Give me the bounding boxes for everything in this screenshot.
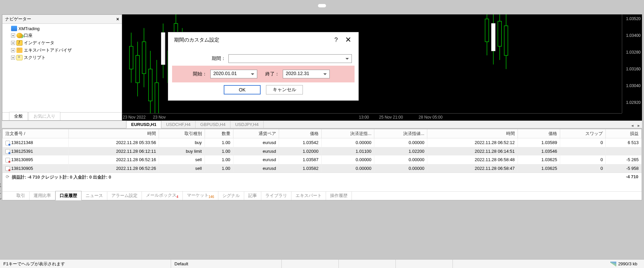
tab-scroll-right-icon[interactable]: ▸ bbox=[636, 123, 642, 128]
table-cell: 2022.11.28 06:14:51 bbox=[427, 147, 518, 156]
statusbar: F1キーでヘルプが表示されます Default 2990/3 kb bbox=[0, 259, 644, 268]
nav-root[interactable]: XMTrading bbox=[4, 25, 120, 32]
terminal-tab[interactable]: 記事 bbox=[244, 191, 261, 200]
nav-item-label: スクリプト bbox=[24, 55, 46, 61]
terminal-tab[interactable]: 口座履歴 bbox=[55, 191, 82, 200]
y-tick: 1.03280 bbox=[626, 50, 641, 55]
terminal-tab[interactable]: ニュース bbox=[82, 191, 107, 200]
x-tick: 23 Nov bbox=[153, 115, 166, 120]
column-header[interactable]: 価格 bbox=[518, 129, 560, 138]
table-cell: 0.00000 bbox=[374, 155, 427, 164]
table-cell: -5 265 bbox=[606, 155, 642, 164]
help-icon[interactable]: ? bbox=[328, 37, 344, 44]
expand-icon[interactable]: + bbox=[11, 48, 15, 52]
badge: 4 bbox=[176, 195, 178, 199]
column-header[interactable]: 損益 bbox=[606, 129, 642, 138]
terminal-tab[interactable]: 操作履歴 bbox=[326, 191, 352, 200]
table-cell: 2022.11.28 06:52:26 bbox=[68, 164, 159, 173]
column-header[interactable]: 価格 bbox=[279, 129, 322, 138]
folder-icon bbox=[11, 26, 17, 31]
terminal-tab[interactable]: 取引 bbox=[12, 191, 30, 200]
expand-icon[interactable]: + bbox=[11, 41, 15, 45]
end-date-combo[interactable]: 2020.12.31 bbox=[283, 70, 330, 78]
table-cell: 138121348 bbox=[3, 138, 69, 147]
indicator-icon bbox=[16, 40, 22, 46]
column-header[interactable]: 決済指値... bbox=[374, 129, 427, 138]
close-icon[interactable]: × bbox=[116, 16, 119, 22]
chart-tab-eurusd[interactable]: EURUSD,H1 bbox=[126, 121, 161, 128]
table-cell: 138125391 bbox=[3, 147, 69, 156]
table-row[interactable]: 1381213482022.11.28 05:33:56buy1.00eurus… bbox=[3, 138, 642, 147]
table-cell: eurusd bbox=[233, 138, 279, 147]
chart-tab-gbpusd[interactable]: GBPUSD,H4 bbox=[196, 121, 230, 128]
terminal-tab[interactable]: アラーム設定 bbox=[107, 191, 142, 200]
column-header[interactable]: 数量 bbox=[205, 129, 233, 138]
column-header[interactable]: 通貨ペア bbox=[233, 129, 279, 138]
navigator-header: ナビゲーター × bbox=[2, 15, 122, 24]
svg-rect-9 bbox=[155, 83, 159, 115]
table-cell: 138130895 bbox=[3, 155, 69, 164]
chart-tab-usdjpy[interactable]: USDJPY,H4 bbox=[230, 121, 264, 128]
date-range-highlight: 開始： 2020.01.01 終了： 2020.12.31 bbox=[172, 66, 355, 82]
cancel-button[interactable]: キャンセル bbox=[266, 85, 303, 94]
status-empty bbox=[282, 260, 339, 268]
svg-rect-5 bbox=[142, 42, 146, 74]
summary-row: ⟳ 損益計: -4 710 クレジット計: 0 入金計: 0 出金計: 0 -4… bbox=[2, 173, 642, 182]
status-help: F1キーでヘルプが表示されます bbox=[3, 260, 171, 268]
dialog-titlebar[interactable]: 期間のカスタム設定 ? ✕ bbox=[168, 32, 359, 48]
nav-item-scripts[interactable]: + スクリプト bbox=[4, 54, 120, 61]
navigator-tree[interactable]: XMTrading + 口座 + インディケータ + エキスパートアドバイザ +… bbox=[2, 24, 122, 112]
tab-scroll-left-icon[interactable]: ◂ bbox=[629, 123, 636, 128]
table-cell: 1.03582 bbox=[279, 164, 322, 173]
column-header[interactable]: 時間 bbox=[427, 129, 518, 138]
signal-icon bbox=[610, 262, 616, 266]
y-tick: 1.03040 bbox=[626, 83, 641, 88]
table-cell: 1.02000 bbox=[279, 147, 322, 156]
status-connection[interactable]: 2990/3 kb bbox=[607, 260, 641, 268]
order-icon bbox=[5, 149, 10, 154]
column-header[interactable]: 取引種別 bbox=[159, 129, 205, 138]
nav-tab-general[interactable]: 全般 bbox=[9, 112, 28, 120]
nav-item-experts[interactable]: + エキスパートアドバイザ bbox=[4, 47, 120, 54]
svg-rect-19 bbox=[485, 19, 489, 42]
column-header[interactable]: 注文番号 / bbox=[3, 129, 69, 138]
terminal-tab[interactable]: 運用比率 bbox=[30, 191, 55, 200]
status-profile[interactable]: Default bbox=[171, 260, 282, 268]
ok-button[interactable]: OK bbox=[224, 85, 261, 94]
expand-icon[interactable]: + bbox=[11, 34, 15, 38]
table-row[interactable]: 1381309052022.11.28 06:52:26sell1.00euru… bbox=[3, 164, 642, 173]
terminal-tab[interactable]: ライブラリ bbox=[261, 191, 291, 200]
svg-rect-1 bbox=[129, 46, 133, 69]
start-date-combo[interactable]: 2020.01.01 bbox=[210, 70, 257, 78]
terminal-close-icon[interactable]: × bbox=[0, 129, 2, 134]
table-cell: 0 bbox=[560, 155, 606, 164]
nav-item-label: インディケータ bbox=[24, 40, 54, 46]
table-cell: 1.00 bbox=[205, 147, 233, 156]
terminal-tab[interactable]: マーケット146 bbox=[183, 191, 219, 200]
end-label: 終了： bbox=[265, 71, 279, 77]
x-tick: 13:00 bbox=[359, 115, 369, 120]
terminal-tab[interactable]: メールボックス4 bbox=[142, 191, 183, 200]
table-cell: 1.02200 bbox=[374, 147, 427, 156]
terminal-tab[interactable]: シグナル bbox=[218, 191, 244, 200]
terminal-tab[interactable]: エキスパート bbox=[291, 191, 326, 200]
script-icon bbox=[16, 55, 22, 60]
nav-item-indicators[interactable]: + インディケータ bbox=[4, 39, 120, 47]
table-cell: 1.03587 bbox=[279, 155, 322, 164]
history-table[interactable]: 注文番号 /時間取引種別数量通貨ペア価格決済逆指...決済指値...時間価格スワ… bbox=[2, 129, 642, 173]
column-header[interactable]: 時間 bbox=[68, 129, 159, 138]
column-header[interactable]: 決済逆指... bbox=[321, 129, 374, 138]
y-tick: 1.02920 bbox=[626, 100, 641, 105]
column-header[interactable]: スワップ bbox=[560, 129, 606, 138]
table-row[interactable]: 1381253912022.11.28 06:12:11buy limit1.0… bbox=[3, 147, 642, 156]
period-combo[interactable] bbox=[228, 54, 352, 63]
nav-item-accounts[interactable]: + 口座 bbox=[4, 32, 120, 39]
table-cell: 2022.11.28 06:52:16 bbox=[68, 155, 159, 164]
table-row[interactable]: 1381308952022.11.28 06:52:16sell1.00euru… bbox=[3, 155, 642, 164]
table-cell: 0.00000 bbox=[374, 164, 427, 173]
close-icon[interactable]: ✕ bbox=[344, 36, 353, 44]
table-cell: 1.00 bbox=[205, 164, 233, 173]
nav-tab-favorites[interactable]: お気に入り bbox=[29, 112, 60, 120]
chart-tab-usdchf[interactable]: USDCHF,H4 bbox=[161, 121, 196, 128]
expand-icon[interactable]: + bbox=[11, 56, 15, 60]
